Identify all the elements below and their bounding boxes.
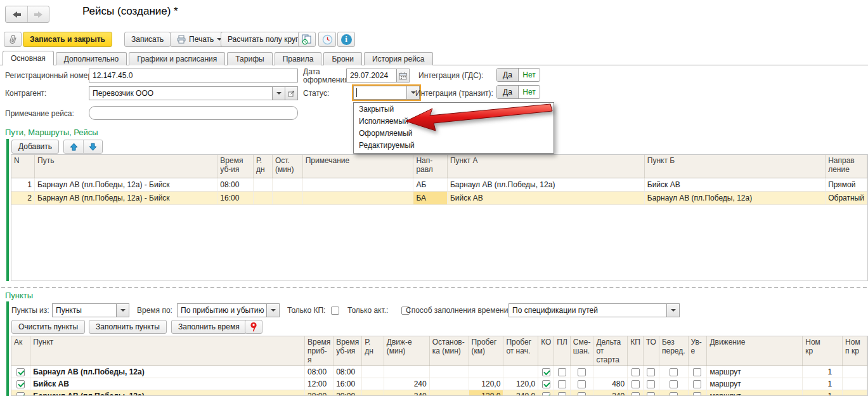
points-from-select[interactable]: Пункты [52, 303, 129, 317]
mixed-checkbox[interactable] [578, 392, 586, 396]
move-down-button[interactable] [83, 140, 102, 153]
tab-broni[interactable]: Брони [323, 52, 362, 65]
gds-no-button[interactable]: Нет [519, 69, 540, 81]
save-close-button[interactable]: Записать и закрыть [23, 32, 112, 47]
col-header-rdn: Р. дн [254, 155, 273, 178]
uv-checkbox[interactable] [693, 368, 701, 376]
uv-checkbox[interactable] [693, 392, 701, 396]
col-header-point-b: Пункт Б [644, 155, 825, 178]
cell-no-transfer [659, 378, 688, 390]
no-transfer-checkbox[interactable] [670, 380, 678, 388]
save-button[interactable]: Записать [124, 32, 171, 47]
cell-point-a: Бийск АВ [447, 191, 644, 204]
point-row-3[interactable]: Барнаул АВ (пл.Победы, 12а) 20:00 20:00 … [11, 390, 867, 396]
cell-mix [570, 378, 593, 390]
to-checkbox[interactable] [647, 392, 655, 396]
chevron-down-icon [276, 92, 282, 97]
cell-rdn [362, 378, 384, 390]
col-header-ost: Ост. (мин) [272, 155, 302, 178]
contractor-open-button[interactable] [285, 87, 297, 100]
ko-checkbox[interactable] [542, 380, 550, 388]
cell-movement: маршрут [707, 378, 803, 390]
gds-integration-label: Интеграция (ГДС): [418, 69, 483, 82]
fill-points-button[interactable]: Заполнить пункты [89, 320, 167, 334]
mixed-checkbox[interactable] [578, 368, 586, 376]
mixed-checkbox[interactable] [578, 380, 586, 388]
no-transfer-checkbox[interactable] [670, 368, 678, 376]
fill-time-button[interactable]: Заполнить время [171, 320, 247, 334]
info-button[interactable] [337, 32, 355, 47]
back-arrow-icon [12, 11, 22, 18]
status-option-redaktiruemy[interactable]: Редактируемый [354, 140, 554, 152]
cell-dep: 08:00 [334, 366, 362, 378]
route-row-1[interactable]: 1 Барнаул АВ (пл.Победы, 12а) - Бийск 08… [11, 178, 867, 191]
to-checkbox[interactable] [647, 368, 655, 376]
reg-number-input[interactable]: 12.147.45.0 [89, 69, 298, 82]
add-route-button[interactable]: Добавить [11, 140, 59, 154]
kp-checkbox[interactable] [632, 380, 640, 388]
pl-checkbox[interactable] [558, 380, 566, 388]
cell-point-a: Барнаул АВ (пл.Победы, 12а) [447, 178, 644, 191]
cell-path: Барнаул АВ (пл.Победы, 12а) - Бийск [35, 178, 217, 191]
section-splitter[interactable] [1, 287, 867, 288]
point-row-2[interactable]: Бийск АВ 12:00 16:00 240 120,0 120,0 480 [11, 378, 867, 390]
contractor-input[interactable]: Перевозчик ООО [89, 86, 298, 100]
kp-checkbox[interactable] [632, 392, 640, 396]
tab-grafiki[interactable]: Графики и расписания [129, 52, 225, 65]
calc-half-circles-button[interactable]: Расчитать полу круги [221, 32, 309, 47]
clock-button[interactable] [318, 32, 336, 47]
gds-yes-no-group: Да Нет [496, 68, 540, 82]
move-up-button[interactable] [64, 140, 83, 153]
trip-note-input[interactable] [89, 106, 298, 120]
col-header-note: Примечание [302, 155, 413, 178]
clear-points-button[interactable]: Очистить пункты [11, 320, 85, 334]
date-input[interactable]: 29.07.2024 [346, 69, 410, 82]
to-checkbox[interactable] [647, 380, 655, 388]
tab-istoriya[interactable]: История рейса [364, 52, 433, 65]
pl-checkbox[interactable] [558, 392, 566, 396]
fill-method-dropdown-button[interactable] [666, 304, 679, 317]
contractor-dropdown-button[interactable] [272, 87, 285, 100]
uv-checkbox[interactable] [693, 380, 701, 388]
only-kp-label: Только КП: [287, 303, 325, 317]
tab-dopolnitelno[interactable]: Дополнительно [56, 52, 127, 65]
point-row-1[interactable]: Барнаул АВ (пл.Победы, 12а) 08:00 08:00 [11, 366, 867, 378]
col-header-nom-kr: Ном кр [803, 336, 843, 366]
points-from-dropdown-button[interactable] [116, 304, 129, 317]
tab-pravila[interactable]: Правила [275, 52, 322, 65]
time-by-label: Время по: [137, 303, 172, 317]
route-row-2[interactable]: 2 Барнаул АВ (пл.Победы, 12а) - Бийск 16… [11, 191, 867, 204]
ko-checkbox[interactable] [542, 392, 550, 396]
forward-button[interactable] [27, 6, 49, 22]
fill-method-select[interactable]: По спецификации путей [508, 303, 680, 317]
forward-arrow-icon [34, 11, 43, 18]
cell-arr: 08:00 [305, 366, 334, 378]
active-checkbox[interactable] [16, 368, 25, 376]
back-button[interactable] [6, 6, 27, 22]
ko-checkbox[interactable] [542, 368, 550, 376]
time-by-select[interactable]: По прибытию и убытию [177, 303, 280, 317]
kp-checkbox[interactable] [632, 368, 640, 376]
calendar-button[interactable] [396, 69, 409, 82]
print-label: Печать [189, 35, 214, 44]
tab-osnovnaya[interactable]: Основная [3, 51, 54, 65]
time-by-dropdown-button[interactable] [266, 304, 279, 317]
active-checkbox[interactable] [16, 392, 25, 396]
tab-tarify[interactable]: Тарифы [227, 52, 272, 65]
map-pin-button[interactable] [245, 320, 262, 334]
cell-n: 1 [11, 178, 35, 191]
no-transfer-checkbox[interactable] [670, 392, 678, 396]
routes-table: N Путь Время уб-ия Р. дн Ост. (мин) Прим… [11, 154, 868, 281]
gds-yes-button[interactable]: Да [497, 69, 519, 81]
contractor-label: Контрагент: [5, 87, 46, 100]
attach-button[interactable] [4, 32, 22, 47]
status-label: Статус: [303, 87, 329, 100]
report-button[interactable] [298, 32, 316, 47]
only-kp-checkbox[interactable] [331, 307, 339, 315]
cell-pl [554, 366, 571, 378]
info-icon [341, 34, 352, 45]
pl-checkbox[interactable] [558, 368, 566, 376]
col-header-to: ТО [643, 336, 659, 366]
active-checkbox[interactable] [16, 380, 25, 388]
cell-ko [538, 366, 554, 378]
